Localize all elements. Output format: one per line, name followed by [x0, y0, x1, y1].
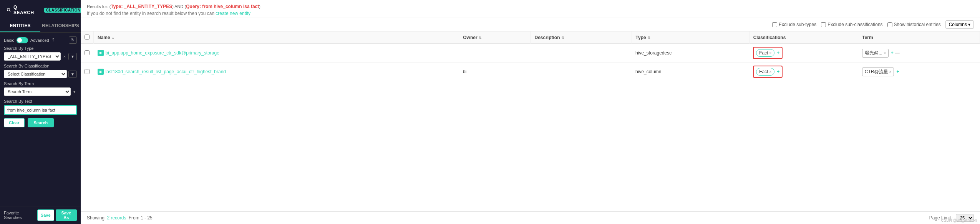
nav-classification[interactable]: CLASSIFICATION	[41, 6, 86, 14]
row1-classifications: Fact × +	[749, 44, 858, 63]
description-sort-icon[interactable]: ⇅	[561, 36, 564, 40]
row1-name: ⊞ bi_app.app_home_exposure_ctr_sdk@prima…	[94, 44, 459, 63]
watermark: CSDN @wrl_winston	[941, 218, 977, 222]
select-all-header	[81, 31, 94, 44]
svg-point-0	[7, 8, 10, 11]
col-classifications: Classifications	[749, 31, 858, 44]
row2-fact-tag: Fact ×	[756, 68, 774, 76]
search-text-input[interactable]	[4, 105, 77, 115]
query-type: Type: _ALL_ENTITY_TYPES	[111, 4, 172, 9]
create-entity-link[interactable]: create new entity	[216, 11, 250, 16]
owner-sort-icon[interactable]: ⇅	[479, 36, 482, 40]
row2-classifications: Fact × +	[749, 63, 858, 81]
showing-records: Showing 2 records From 1 - 25	[87, 215, 153, 221]
col-description: Description ⇅	[531, 31, 632, 44]
row1-add-term[interactable]: +	[891, 50, 894, 56]
classification-select[interactable]: Select Classification	[4, 70, 67, 78]
search-type-row: _ALL_ENTITY_TYPES × ▼	[4, 52, 77, 61]
row2-classification-tag-row: Fact × +	[756, 68, 779, 76]
row2-select	[81, 63, 94, 81]
row1-description	[531, 44, 632, 63]
row2-entity-icon: ⊞	[98, 69, 104, 75]
exclude-subtypes-checkbox[interactable]: Exclude sub-types	[772, 22, 816, 27]
entity-relationship-tabs: ENTITIES RELATIONSHIPS	[0, 20, 81, 33]
row1-fact-remove[interactable]: ×	[769, 51, 771, 55]
row1-fact-tag: Fact ×	[756, 49, 774, 57]
row1-term-remove[interactable]: ×	[884, 51, 886, 55]
basic-advanced-toggle[interactable]	[17, 37, 28, 43]
col-name: Name ▲	[94, 31, 459, 44]
row1-add-classification[interactable]: +	[777, 50, 779, 56]
columns-chevron-icon: ▾	[968, 22, 970, 27]
row1-owner	[459, 44, 531, 63]
row2-type: hive_column	[632, 63, 749, 81]
row1-term-tag: 曝光@... ×	[862, 49, 889, 58]
type-clear-x[interactable]: ×	[62, 54, 67, 59]
basic-label: Basic	[4, 38, 14, 43]
search-by-text-label: Search By Text	[4, 99, 77, 104]
advanced-label: Advanced	[30, 38, 49, 43]
classification-filter-button[interactable]: ▼	[68, 71, 77, 78]
show-historical-checkbox[interactable]: Show historical entities	[887, 22, 941, 27]
search-button[interactable]: Search	[28, 118, 54, 127]
col-term: Term	[858, 31, 980, 44]
row2-term: CTR@流量 × +	[858, 63, 980, 81]
type-filter-button[interactable]: ▼	[68, 53, 77, 60]
basic-advanced-toggle-group: Basic Advanced ?	[4, 37, 54, 43]
tab-entities[interactable]: ENTITIES	[0, 20, 40, 32]
action-buttons-row: Clear Search	[4, 118, 77, 127]
term-select[interactable]: Search Term	[4, 87, 71, 96]
results-sub: If you do not find the entity in search …	[87, 11, 974, 16]
favorite-searches-section: Favorite Searches Save Save As	[0, 206, 81, 224]
term-dropdown-arrow[interactable]: ▾	[72, 89, 77, 94]
row2-add-term[interactable]: +	[896, 69, 899, 74]
sidebar: Q SEARCH CLASSIFICATION GLOSSARY ENTITIE…	[0, 0, 81, 224]
row2-description	[531, 63, 632, 81]
save-button[interactable]: Save	[37, 209, 54, 221]
search-term-row: Search Term ▾	[4, 87, 77, 96]
row2-checkbox[interactable]	[85, 69, 90, 74]
row1-select	[81, 44, 94, 63]
row2-name: ⊞ last180d_search_result_list_page_accu_…	[94, 63, 459, 81]
sidebar-content: Basic Advanced ? ↻ Search By Type _ALL_E…	[0, 33, 81, 206]
favorite-searches-label: Favorite Searches	[4, 211, 37, 220]
row1-entity-link[interactable]: ⊞ bi_app.app_home_exposure_ctr_sdk@prima…	[98, 50, 455, 56]
row1-entity-icon: ⊞	[98, 50, 104, 56]
type-select[interactable]: _ALL_ENTITY_TYPES	[4, 52, 61, 61]
refresh-button[interactable]: ↻	[69, 36, 77, 44]
results-header: Results for: (Type: _ALL_ENTITY_TYPES) A…	[81, 0, 980, 18]
row2-classification-cell: Fact × +	[753, 66, 783, 78]
row2-add-classification[interactable]: +	[777, 69, 779, 74]
row1-dash-term[interactable]: —	[895, 50, 900, 56]
row1-type: hive_storagedesc	[632, 44, 749, 63]
advanced-help-icon: ?	[52, 38, 55, 42]
name-sort-icon[interactable]: ▲	[111, 36, 115, 40]
results-table: Name ▲ Owner ⇅ Description ⇅ Type ⇅	[81, 31, 980, 81]
records-link[interactable]: 2 records	[107, 215, 126, 221]
save-as-button[interactable]: Save As	[56, 209, 77, 221]
row2-fact-remove[interactable]: ×	[769, 70, 771, 74]
nav-search[interactable]: Q SEARCH	[4, 3, 38, 17]
favorite-buttons: Save Save As	[37, 209, 77, 221]
query-text: Query: from hive_column isa fact	[186, 4, 259, 9]
show-historical-input[interactable]	[887, 22, 892, 27]
exclude-subclassifications-input[interactable]	[821, 22, 826, 27]
type-sort-icon[interactable]: ⇅	[647, 36, 650, 40]
row2-term-cell: CTR@流量 × +	[862, 68, 899, 76]
col-owner: Owner ⇅	[459, 31, 531, 44]
select-all-checkbox[interactable]	[85, 35, 90, 40]
row2-term-remove[interactable]: ×	[889, 70, 892, 74]
svg-line-1	[10, 11, 10, 12]
tab-relationships[interactable]: RELATIONSHIPS	[40, 20, 81, 32]
col-type: Type ⇅	[632, 31, 749, 44]
row2-entity-link[interactable]: ⊞ last180d_search_result_list_page_accu_…	[98, 69, 455, 75]
row2-term-tag: CTR@流量 ×	[862, 68, 894, 76]
search-by-classification-label: Search By Classification	[4, 64, 77, 68]
row1-classification-cell: Fact × +	[753, 47, 783, 59]
exclude-subtypes-input[interactable]	[772, 22, 777, 27]
exclude-subclassifications-checkbox[interactable]: Exclude sub-classifications	[821, 22, 882, 27]
row1-checkbox[interactable]	[85, 50, 90, 55]
columns-button[interactable]: Columns ▾	[945, 20, 974, 29]
search-classification-row: Select Classification ▼	[4, 70, 77, 78]
clear-button[interactable]: Clear	[4, 118, 25, 127]
